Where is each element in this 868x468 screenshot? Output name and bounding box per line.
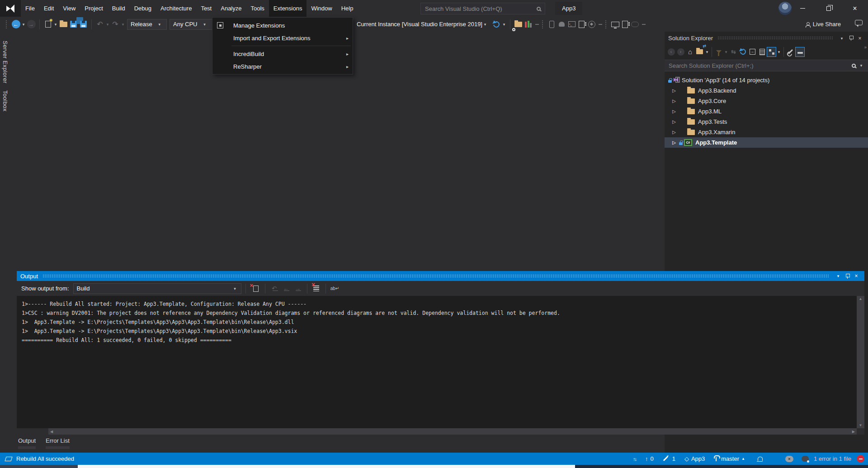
close-panel-button[interactable]: ×	[855, 34, 864, 43]
scrollbar-track[interactable]: ◀ ▶	[48, 428, 857, 435]
horizontal-scrollbar[interactable]: ◀ ▶	[17, 428, 857, 435]
find-message-in-code-button[interactable]	[250, 283, 262, 294]
output-source-combobox[interactable]: Build ▾	[73, 283, 241, 294]
filter-button[interactable]	[714, 47, 723, 57]
preview-selected-items-toggle[interactable]	[795, 47, 805, 57]
developer-console-button[interactable]: ›_	[567, 19, 577, 30]
menu-test[interactable]: Test	[196, 0, 216, 17]
find-in-files-button[interactable]	[514, 19, 524, 30]
save-all-button[interactable]	[78, 19, 88, 30]
tree-row-project[interactable]: ▷ App3.ML	[665, 106, 868, 117]
undo-button[interactable]: ↶	[95, 19, 105, 30]
tree-row-project[interactable]: ▷ App3.Core	[665, 96, 868, 106]
switch-views-dropdown[interactable]: ▾	[704, 50, 710, 54]
search-options-dropdown[interactable]: ▾	[859, 63, 864, 68]
tab-error-list[interactable]: Error List	[46, 437, 70, 449]
tab-output[interactable]: Output	[18, 437, 36, 449]
show-all-files-dropdown[interactable]: ▾	[776, 50, 782, 54]
feedback-bubble-icon[interactable]	[802, 456, 809, 462]
minimize-button[interactable]	[789, 0, 816, 17]
filter-dropdown[interactable]: ▾	[723, 50, 729, 54]
se-forward-button[interactable]: ›	[676, 47, 685, 57]
cloud-disconnected-icon[interactable]: ×	[785, 456, 793, 462]
cloud-build-button[interactable]	[630, 19, 640, 30]
tree-row-project[interactable]: ▷ App3.Xamarin	[665, 127, 868, 137]
navigate-forward-button[interactable]: →	[26, 19, 36, 30]
menu-item-incredibuild[interactable]: IncrediBuild ▸	[212, 47, 353, 60]
undo-dropdown[interactable]: ▾	[105, 22, 110, 27]
toggle-word-wrap-button[interactable]: ab↵	[329, 283, 341, 294]
scroll-left-icon[interactable]: ◀	[50, 430, 53, 434]
run-target-label[interactable]: Current Instance [Visual Studio Enterpri…	[357, 21, 482, 28]
expander-icon[interactable]: ▷	[671, 98, 677, 103]
expander-icon[interactable]: ▷	[671, 130, 677, 135]
scroll-up-icon[interactable]: ▲	[859, 297, 863, 301]
output-console[interactable]: 1>------ Rebuild All started: Project: A…	[17, 296, 857, 428]
vertical-scrollbar[interactable]: ▲ ▼	[857, 296, 864, 428]
refresh-dropdown[interactable]: ▾	[501, 22, 507, 27]
toolbar-grip[interactable]	[605, 20, 607, 29]
send-feedback-icon[interactable]	[855, 20, 863, 25]
menu-help[interactable]: Help	[337, 0, 358, 17]
menu-analyze[interactable]: Analyze	[216, 0, 246, 17]
menu-debug[interactable]: Debug	[130, 0, 156, 17]
solution-explorer-titlebar[interactable]: Solution Explorer ▾ ×	[665, 32, 868, 45]
tree-row-project[interactable]: ▷ App3.Tests	[665, 117, 868, 127]
menu-project[interactable]: Project	[80, 0, 107, 17]
se-refresh-button[interactable]	[738, 47, 748, 57]
toolbar-grip[interactable]	[5, 20, 7, 29]
toolbar-overflow-icon[interactable]: »	[864, 45, 866, 50]
window-position-button[interactable]: ▾	[834, 271, 843, 281]
properties-button[interactable]	[757, 47, 767, 57]
error-summary[interactable]: 1 error in 1 file	[814, 455, 851, 462]
tree-row-solution[interactable]: Solution 'App3' (14 of 14 projects)	[665, 75, 868, 85]
menu-edit[interactable]: Edit	[39, 0, 58, 17]
expander-icon[interactable]: ▷	[671, 109, 677, 114]
solution-explorer-search-input[interactable]: Search Solution Explorer (Ctrl+;) ▾	[665, 60, 868, 71]
toolbar-grip[interactable]	[542, 20, 543, 29]
menu-item-resharper[interactable]: ReSharper ▸	[212, 60, 353, 73]
menu-item-import-export-extensions[interactable]: Import and Export Extensions ▸	[212, 32, 353, 44]
redo-dropdown[interactable]: ▾	[120, 22, 126, 27]
close-button[interactable]: ×	[842, 0, 868, 17]
output-titlebar[interactable]: Output ▾ ×	[17, 271, 864, 281]
monitor-target-button[interactable]	[610, 19, 620, 30]
refresh-button[interactable]	[491, 19, 501, 30]
window-position-button[interactable]: ▾	[837, 34, 846, 43]
se-tools-button[interactable]	[786, 47, 795, 57]
new-project-dropdown[interactable]: ▾	[53, 22, 58, 27]
run-target-dropdown[interactable]: ▾	[482, 22, 488, 27]
menu-extensions[interactable]: Extensions	[269, 0, 307, 17]
code-map-button[interactable]	[587, 19, 597, 30]
menu-window[interactable]: Window	[307, 0, 336, 17]
tree-row-project-selected[interactable]: ▷ C# App3.Template	[665, 137, 868, 148]
menu-tools[interactable]: Tools	[246, 0, 269, 17]
tree-row-project[interactable]: ▷ App3.Backend	[665, 85, 868, 96]
collapse-all-button[interactable]: −	[748, 47, 757, 57]
android-emulator-button[interactable]	[557, 19, 567, 30]
close-panel-button[interactable]: ×	[852, 271, 861, 281]
quick-search-input[interactable]: Search Visual Studio (Ctrl+Q)	[420, 3, 545, 14]
commits-button[interactable]: ↑↓	[630, 456, 639, 462]
goto-previous-message-button[interactable]: ↶	[269, 283, 280, 294]
se-home-button[interactable]: ⌂	[685, 47, 695, 57]
notifications-bell-icon[interactable]	[758, 457, 763, 461]
outgoing-commits-button[interactable]: ↑ 0	[642, 455, 656, 462]
expander-icon[interactable]: ▷	[671, 88, 677, 93]
sidebar-tab-toolbox[interactable]: Toolbox	[2, 90, 9, 112]
pending-changes-button[interactable]: 1	[660, 455, 678, 462]
menu-file[interactable]: File	[21, 0, 39, 17]
expander-icon[interactable]: ▷	[671, 119, 677, 124]
navigate-back-button[interactable]: ←	[11, 19, 21, 30]
branch-button[interactable]: master ▲	[711, 455, 748, 462]
back-dropdown[interactable]: ▾	[21, 22, 26, 27]
goto-prev-button[interactable]: ←	[280, 283, 292, 294]
restore-button[interactable]	[816, 0, 842, 17]
menu-build[interactable]: Build	[108, 0, 130, 17]
show-all-files-toggle[interactable]	[767, 47, 776, 57]
solution-configuration-combobox[interactable]: Release ▾	[127, 19, 167, 30]
deploy-device-button[interactable]	[547, 19, 557, 30]
expander-icon[interactable]: ▷	[671, 140, 677, 145]
menu-architecture[interactable]: Architecture	[156, 0, 196, 17]
device-manager-button[interactable]	[577, 19, 587, 30]
